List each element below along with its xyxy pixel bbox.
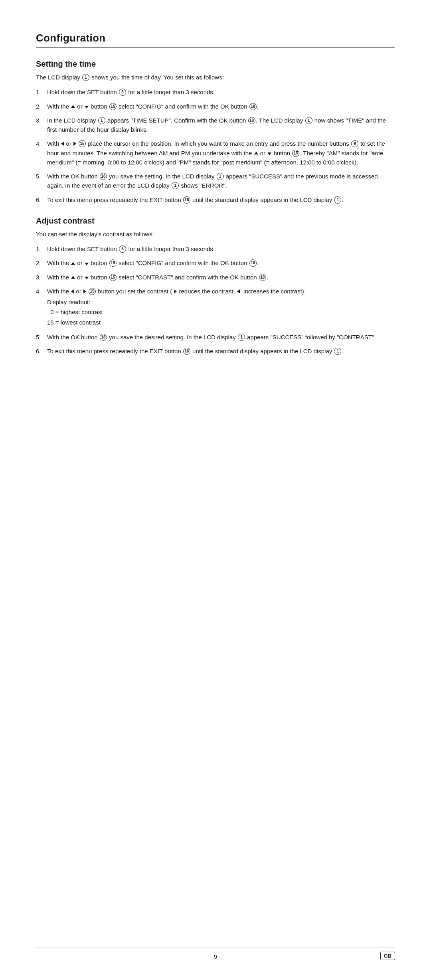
arrow-down-icon (267, 152, 271, 155)
adjust-contrast-intro: You can set the display's contrast as fo… (36, 230, 395, 239)
section-setting-time: Setting the time The LCD display 1 shows… (36, 59, 395, 204)
list-item: 2. With the or button 15 select "CONFIG"… (36, 258, 395, 267)
circled-1: 1 (334, 348, 341, 355)
arrow-up-icon (254, 152, 258, 154)
list-content: To exit this menu press repeatedly the E… (47, 195, 395, 204)
list-content: Hold down the SET button 3 for a little … (47, 244, 395, 253)
circled-1: 1 (238, 334, 245, 341)
list-number: 4. (36, 139, 47, 148)
circled-15: 15 (109, 274, 117, 281)
list-number: 1. (36, 87, 47, 97)
circled-15: 15 (79, 140, 86, 147)
circled-15: 15 (109, 103, 117, 110)
display-readout-low: 15 = lowest contrast (47, 318, 395, 327)
list-number: 3. (36, 116, 47, 125)
page-title: Configuration (36, 32, 395, 44)
list-item: 2. With the or button 15 select "CONFIG"… (36, 102, 395, 111)
circled-16: 16 (183, 196, 190, 204)
list-number: 6. (36, 346, 47, 356)
circled-18: 18 (100, 334, 107, 341)
circled-18: 18 (249, 103, 257, 110)
circled-3: 3 (119, 245, 126, 253)
circled-1: 1 (305, 117, 312, 124)
list-item: 6. To exit this menu press repeatedly th… (36, 346, 395, 356)
list-item: 1. Hold down the SET button 3 for a litt… (36, 244, 395, 253)
circled-1: 1 (217, 173, 224, 180)
circled-18: 18 (248, 117, 255, 124)
list-item: 3. In the LCD display 1 appears "TIME SE… (36, 116, 395, 135)
circled-18: 18 (100, 173, 107, 180)
list-item: 5. With the OK button 18 you save the de… (36, 333, 395, 342)
list-item: 4. With or 15 place the cursor on the po… (36, 139, 395, 167)
circled-1: 1 (172, 182, 179, 189)
arrow-down-icon (85, 106, 89, 109)
display-readout-label: Display readout: (47, 297, 395, 307)
section-adjust-contrast: Adjust contrast You can set the display'… (36, 216, 395, 356)
arrow-right-icon (83, 289, 86, 293)
circled-9: 9 (351, 140, 358, 147)
list-content: With or 15 place the cursor on the posit… (47, 139, 395, 167)
circled-1: 1 (334, 196, 341, 204)
list-content: With the OK button 18 you save the setti… (47, 172, 395, 190)
gb-badge: GB (380, 952, 395, 960)
list-number: 2. (36, 102, 47, 111)
list-number: 6. (36, 195, 47, 204)
circled-3: 3 (119, 89, 126, 96)
circled-1: 1 (82, 74, 89, 81)
arrow-up-icon (71, 262, 75, 265)
list-item: 4. With the or 15 button you set the con… (36, 287, 395, 328)
circled-15: 15 (89, 288, 96, 295)
circled-18: 18 (259, 274, 266, 281)
arrow-left-icon (71, 289, 74, 293)
circled-18: 18 (249, 259, 257, 267)
arrow-down-icon (85, 263, 89, 265)
page-container: Configuration Setting the time The LCD d… (0, 0, 431, 980)
list-content: With the or button 15 select "CONFIG" an… (47, 258, 395, 267)
arrow-left-icon (61, 142, 64, 146)
arrow-up-icon (71, 105, 75, 108)
list-content: With the OK button 18 you save the desir… (47, 333, 395, 342)
list-item: 3. With the or button 15 select "CONTRAS… (36, 273, 395, 282)
page-number: - 9 - (211, 954, 221, 960)
list-content: To exit this menu press repeatedly the E… (47, 346, 395, 356)
circled-15: 15 (109, 259, 117, 267)
setting-time-list: 1. Hold down the SET button 3 for a litt… (36, 87, 395, 204)
list-item: 1. Hold down the SET button 3 for a litt… (36, 87, 395, 97)
circled-15: 15 (292, 150, 299, 157)
list-number: 3. (36, 273, 47, 282)
circled-1: 1 (98, 117, 105, 124)
arrow-down-icon (85, 277, 89, 279)
list-number: 5. (36, 333, 47, 342)
page-footer: - 9 - (0, 954, 431, 960)
list-item: 5. With the OK button 18 you save the se… (36, 172, 395, 190)
arrow-right-icon (174, 289, 177, 293)
adjust-contrast-list: 1. Hold down the SET button 3 for a litt… (36, 244, 395, 356)
arrow-right-icon (73, 142, 76, 146)
setting-time-heading: Setting the time (36, 59, 395, 69)
setting-time-intro: The LCD display 1 shows you the time of … (36, 73, 395, 82)
footer-line (36, 948, 395, 948)
list-content: Hold down the SET button 3 for a little … (47, 87, 395, 97)
list-number: 4. (36, 287, 47, 296)
title-divider (36, 47, 395, 48)
list-item: 6. To exit this menu press repeatedly th… (36, 195, 395, 204)
list-number: 5. (36, 172, 47, 181)
display-readout: Display readout: 0 = highest contrast 15… (47, 297, 395, 327)
list-number: 2. (36, 258, 47, 267)
list-content: With the or button 15 select "CONFIG" an… (47, 102, 395, 111)
list-content: In the LCD display 1 appears "TIME SETUP… (47, 116, 395, 135)
circled-16: 16 (183, 348, 190, 355)
adjust-contrast-heading: Adjust contrast (36, 216, 395, 226)
list-content: With the or 15 button you set the contra… (47, 287, 395, 328)
arrow-left-icon (237, 289, 240, 293)
arrow-up-icon (71, 276, 75, 279)
display-readout-high: 0 = highest contrast (47, 307, 395, 317)
list-content: With the or button 15 select "CONTRAST" … (47, 273, 395, 282)
list-number: 1. (36, 244, 47, 253)
